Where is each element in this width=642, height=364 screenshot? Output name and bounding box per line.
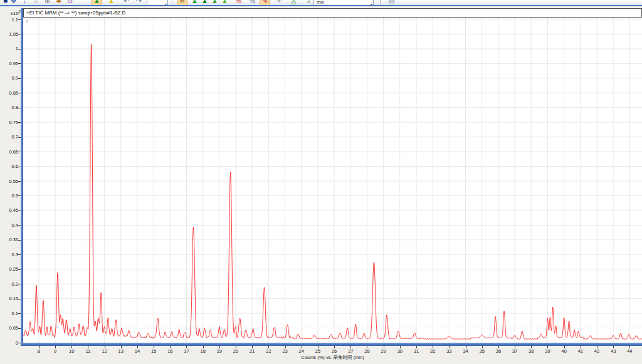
- x-tick-label: 17: [179, 348, 193, 354]
- x-tick-label: 37: [508, 348, 522, 354]
- x-tick-label: 14: [130, 348, 144, 354]
- y-tick-label: 0.3: [0, 252, 18, 257]
- peak-table-icon[interactable]: ◬: [288, 0, 299, 6]
- x-tick-label: 33: [442, 348, 456, 354]
- x-tick-label: 16: [163, 348, 177, 354]
- y-tick-label: 0.2: [0, 281, 18, 287]
- x-tick-label: 25: [311, 348, 325, 354]
- y-tick-label: 0: [0, 340, 18, 346]
- range-select-icon[interactable]: ⊣⊢: [273, 0, 284, 6]
- zoom-out-tool-icon[interactable]: ⊖: [65, 0, 75, 6]
- deconvolute-icon[interactable]: ▲: [209, 0, 220, 6]
- manual-integrate-icon[interactable]: ✎: [260, 0, 270, 6]
- x-tick-label: 27: [344, 348, 357, 354]
- x-axis-title: Counts (%) vs. 采集时间 (min): [23, 355, 642, 361]
- x-tick-label: 26: [327, 348, 341, 354]
- y-tick-mark: [18, 313, 21, 314]
- toolbar-separator: [172, 0, 172, 6]
- chromatogram-svg[interactable]: [23, 18, 642, 343]
- y-tick-label: 0.4: [0, 222, 18, 228]
- x-tick-label: 28: [360, 348, 374, 354]
- x-tick-label: 31: [409, 348, 423, 354]
- y-tick-label: 1.05: [0, 31, 18, 37]
- unit-dropdown[interactable]: min▾: [313, 0, 374, 6]
- x-tick-label: 42: [590, 348, 604, 354]
- y-tick-label: 0.15: [0, 296, 18, 301]
- y-tick-label: 1: [0, 46, 18, 51]
- x-tick-label: 23: [278, 348, 292, 354]
- x-tick-label: 29: [377, 348, 391, 354]
- y-tick-mark: [18, 299, 21, 299]
- mrm-mode-icon[interactable]: M: [177, 0, 187, 6]
- peak-labels-icon[interactable]: ▲: [219, 0, 230, 6]
- y-tick-mark: [18, 63, 21, 64]
- undo-icon[interactable]: ↶: [121, 0, 132, 6]
- integrate-peak-icon[interactable]: ▲: [189, 0, 200, 6]
- y-tick-label: 0.8: [0, 105, 18, 110]
- chromatogram-plot[interactable]: 1: [23, 18, 642, 343]
- x-tick-label: 40: [557, 348, 571, 354]
- y-tick-label: 0.95: [0, 61, 18, 66]
- report-icon[interactable]: ▤: [386, 0, 397, 6]
- integrate-all-icon[interactable]: ▲: [199, 0, 210, 6]
- chromatogram-title-box[interactable]: +EI TIC MRM (** -> **) sanqi+25ppb#1-BZ.…: [23, 8, 642, 18]
- y-tick-label: 0.65: [0, 149, 18, 155]
- x-tick-label: 24: [295, 348, 308, 354]
- y-tick-mark: [18, 49, 21, 49]
- y-tick-mark: [18, 93, 21, 93]
- x-tick-label: 34: [459, 348, 473, 354]
- y-tick-label: 0.35: [0, 237, 18, 242]
- y-tick-label: 0.5: [0, 193, 18, 199]
- x-tick-label: 13: [114, 348, 128, 354]
- pane-selection-bar-bottom: [21, 343, 642, 346]
- x-tick-label: 12: [98, 348, 112, 354]
- x-tick-label: 10: [65, 348, 78, 354]
- x-tick-label: 44: [623, 348, 636, 354]
- x-tick-label: 36: [492, 348, 505, 354]
- y-tick-mark: [18, 137, 21, 138]
- x-tick-label: 15: [147, 348, 160, 354]
- overlay-faded-icon[interactable]: ▲: [303, 0, 314, 6]
- y-tick-label: 0.05: [0, 325, 18, 331]
- zoom-in-tool-icon[interactable]: ⊕: [42, 0, 53, 6]
- x-tick-label: 8: [32, 348, 46, 354]
- x-tick-label: 41: [574, 348, 587, 354]
- tic-trace: [23, 44, 642, 339]
- x-tick-label: 30: [393, 348, 407, 354]
- x-tick-label: 19: [213, 348, 226, 354]
- x-tick-label: 38: [524, 348, 538, 354]
- pan-cursor-icon[interactable]: ✥: [8, 0, 19, 6]
- percent-gray-icon[interactable]: %: [247, 0, 258, 6]
- y-tick-mark: [18, 343, 21, 343]
- masshunter-window: ■✥↓○⊕✱⊖▲▲↶↷▾M▲▲▲▲%%✎⊣⊢◬▲min▾▤ x102 +EI T…: [0, 0, 642, 364]
- color-settings-icon[interactable]: ✱: [53, 0, 64, 6]
- x-tick-label: 32: [426, 348, 439, 354]
- y-tick-mark: [18, 225, 21, 226]
- chromatogram-panel: x102 +EI TIC MRM (** -> **) sanqi+25ppb#…: [0, 8, 642, 364]
- zoom-tool-icon[interactable]: ○: [31, 0, 41, 6]
- y-tick-label: 0.45: [0, 207, 18, 213]
- percent-red-icon[interactable]: %: [233, 0, 244, 6]
- pane-number-label: 1: [26, 19, 28, 24]
- y-tick-label: 0.55: [0, 179, 18, 184]
- y-tick-mark: [18, 78, 21, 79]
- redo-icon[interactable]: ↷: [134, 0, 144, 6]
- peak-warning-icon[interactable]: ▲: [106, 0, 117, 6]
- y-tick-mark: [18, 181, 21, 182]
- y-tick-label: 1.1: [0, 17, 18, 23]
- x-tick-label: 22: [261, 348, 275, 354]
- y-tick-label: 0.6: [0, 164, 18, 169]
- y-tick-mark: [18, 195, 21, 196]
- peak-select-icon[interactable]: ▲: [92, 0, 102, 6]
- zoom-history-dropdown[interactable]: ▾: [147, 0, 168, 6]
- toolbar: ■✥↓○⊕✱⊖▲▲↶↷▾M▲▲▲▲%%✎⊣⊢◬▲min▾▤: [0, 0, 642, 6]
- y-tick-label: 0.1: [0, 311, 18, 316]
- y-tick-mark: [18, 122, 21, 123]
- chevron-down-icon: ▾: [165, 0, 167, 6]
- toolbar-separator: [380, 0, 381, 6]
- y-tick-mark: [18, 211, 21, 211]
- arrow-down-icon[interactable]: ↓: [19, 0, 30, 6]
- y-tick-mark: [18, 328, 21, 329]
- y-tick-mark: [18, 152, 21, 152]
- chevron-down-icon: ▾: [371, 0, 372, 6]
